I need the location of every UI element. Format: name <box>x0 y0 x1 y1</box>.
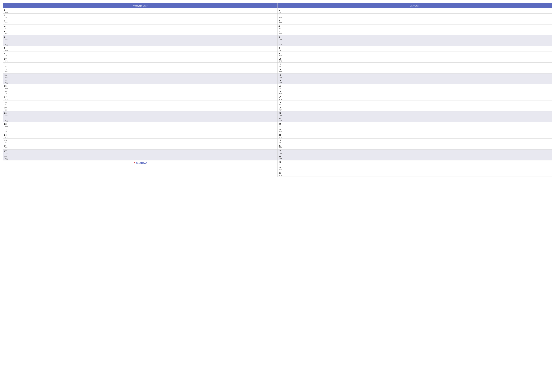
mar-day-row-7: 7НЕД <box>278 41 552 46</box>
feb-day-number-4: 4 <box>4 25 7 28</box>
march-days-container: 1ПОН2ВТО3СРЕ4ЧЕТ5ПЕТ6САБ7НЕД8ПОН9ВТО10СР… <box>278 8 552 177</box>
mar-day-name-3: СРЕ <box>279 22 282 24</box>
calendars-container: Фебруари 2027 1ПОН2ВТО3СРЕ4ЧЕТ5ПЕТ6САБ7Н… <box>3 3 552 177</box>
mar-day-name-4: ЧЕТ <box>279 28 282 29</box>
feb-day-row-6: 6САБ <box>3 36 278 41</box>
mar-day-name-16: ВТО <box>279 93 282 94</box>
feb-day-number-9: 9 <box>4 52 7 55</box>
march-header: Март 2027 <box>278 3 552 8</box>
mar-day-number-8: 8 <box>279 47 282 49</box>
feb-day-row-25: 25ЧЕТ <box>3 139 278 144</box>
mar-day-name-15: ПОН <box>279 87 282 89</box>
feb-day-row-16: 16ВТО <box>3 90 278 95</box>
feb-day-name-26: ПЕТ <box>5 147 7 149</box>
feb-day-name-5: ПЕТ <box>5 33 7 35</box>
feb-day-name-28: НЕД <box>5 158 7 160</box>
feb-day-name-17: СРЕ <box>5 98 7 100</box>
mar-day-number-6: 6 <box>279 36 282 38</box>
mar-day-number-1: 1 <box>279 9 282 11</box>
feb-day-row-20: 20САБ <box>3 111 278 117</box>
mar-day-row-29: 29ПОН <box>278 160 552 166</box>
mar-day-name-5: ПЕТ <box>279 33 282 35</box>
feb-day-number-27: 27 <box>4 150 7 153</box>
mar-day-row-16: 16ВТО <box>278 90 552 95</box>
feb-day-name-1: ПОН <box>5 11 8 13</box>
feb-day-row-27: 27САБ <box>3 150 278 155</box>
feb-day-number-3: 3 <box>4 20 7 22</box>
feb-day-number-23: 23 <box>4 128 7 131</box>
mar-day-number-22: 22 <box>279 123 282 125</box>
mar-day-row-8: 8ПОН <box>278 46 552 52</box>
mar-day-row-4: 4ЧЕТ <box>278 24 552 30</box>
feb-day-number-8: 8 <box>4 47 8 49</box>
feb-day-number-6: 6 <box>4 36 7 38</box>
mar-day-name-20: САБ <box>279 114 282 116</box>
feb-day-row-21: 21НЕД <box>3 117 278 122</box>
mar-day-row-5: 5ПЕТ <box>278 30 552 36</box>
mar-day-number-10: 10 <box>279 58 282 60</box>
mar-day-row-30: 30ВТО <box>278 166 552 171</box>
mar-day-name-2: ВТО <box>279 17 282 19</box>
mar-day-number-11: 11 <box>279 63 282 66</box>
mar-day-number-13: 13 <box>279 74 282 77</box>
mar-day-row-21: 21НЕД <box>278 117 552 122</box>
feb-day-row-15: 15ПОН <box>3 84 278 90</box>
feb-day-name-4: ЧЕТ <box>5 28 7 29</box>
mar-day-number-26: 26 <box>279 145 282 147</box>
feb-day-number-25: 25 <box>4 139 7 142</box>
mar-day-row-9: 9ВТО <box>278 52 552 57</box>
feb-day-number-2: 2 <box>4 14 7 17</box>
mar-day-number-12: 12 <box>279 68 282 71</box>
mar-day-row-6: 6САБ <box>278 36 552 41</box>
mar-day-number-25: 25 <box>279 139 282 142</box>
february-title: Фебруари 2027 <box>133 5 148 7</box>
feb-day-row-23: 23ВТО <box>3 128 278 133</box>
mar-day-number-3: 3 <box>279 20 282 22</box>
mar-day-number-27: 27 <box>279 150 282 153</box>
feb-day-row-5: 5ПЕТ <box>3 30 278 36</box>
feb-day-number-1: 1 <box>4 9 8 11</box>
mar-day-name-17: СРЕ <box>279 98 282 100</box>
mar-day-row-14: 14НЕД <box>278 79 552 84</box>
mar-day-name-7: НЕД <box>279 44 282 46</box>
feb-day-number-17: 17 <box>4 96 7 98</box>
calendar-label: CALENDAR <box>136 162 147 164</box>
february-days-container: 1ПОН2ВТО3СРЕ4ЧЕТ5ПЕТ6САБ7НЕД8ПОН9ВТО10СР… <box>3 8 278 160</box>
mar-day-name-12: ПЕТ <box>279 71 282 73</box>
mar-day-number-2: 2 <box>279 14 282 17</box>
mar-day-name-28: НЕД <box>279 158 282 160</box>
mar-day-name-18: ЧЕТ <box>279 104 282 106</box>
mar-day-name-9: ВТО <box>279 55 282 57</box>
feb-day-number-5: 5 <box>4 30 7 33</box>
feb-day-name-6: САБ <box>5 39 7 40</box>
feb-day-name-2: ВТО <box>5 17 7 19</box>
mar-day-row-26: 26ПЕТ <box>278 144 552 150</box>
mar-day-name-26: ПЕТ <box>279 147 282 149</box>
mar-day-name-8: ПОН <box>279 49 282 51</box>
feb-day-number-10: 10 <box>4 58 7 60</box>
mar-day-name-14: НЕД <box>279 82 282 84</box>
feb-day-name-23: ВТО <box>5 131 7 133</box>
mar-day-name-6: САБ <box>279 39 282 40</box>
mar-day-number-15: 15 <box>279 85 282 87</box>
feb-day-name-27: САБ <box>5 153 7 154</box>
feb-day-name-12: ПЕТ <box>5 71 7 73</box>
mar-day-row-23: 23ВТО <box>278 128 552 133</box>
feb-day-number-15: 15 <box>4 85 8 87</box>
feb-day-row-10: 10СРЕ <box>3 57 278 63</box>
feb-day-number-7: 7 <box>4 41 7 44</box>
mar-day-name-11: ЧЕТ <box>279 66 282 67</box>
feb-day-row-9: 9ВТО <box>3 52 278 57</box>
feb-day-row-2: 2ВТО <box>3 14 278 19</box>
feb-day-name-7: НЕД <box>5 44 7 46</box>
mar-day-number-30: 30 <box>279 166 282 169</box>
feb-day-number-13: 13 <box>4 74 7 77</box>
mar-day-name-1: ПОН <box>279 11 282 13</box>
feb-day-row-8: 8ПОН <box>3 46 278 52</box>
feb-day-name-19: ПЕТ <box>5 109 7 111</box>
march-calendar: Март 2027 1ПОН2ВТО3СРЕ4ЧЕТ5ПЕТ6САБ7НЕД8П… <box>278 3 552 177</box>
feb-day-row-4: 4ЧЕТ <box>3 24 278 30</box>
mar-day-row-11: 11ЧЕТ <box>278 63 552 68</box>
feb-day-name-13: САБ <box>5 77 7 78</box>
mar-day-number-20: 20 <box>279 112 282 114</box>
